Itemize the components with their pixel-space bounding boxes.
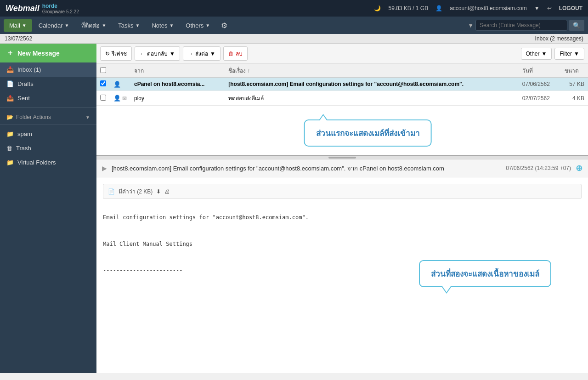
sidebar-item-sent[interactable]: 📤 Sent (0, 91, 96, 105)
row-from-2[interactable]: ploy (130, 91, 225, 106)
row-size-1: 57 KB (561, 78, 588, 91)
spam-folder-icon: 📁 (6, 130, 14, 137)
notes-arrow: ▼ (169, 23, 174, 28)
refresh-button[interactable]: ↻ รีเฟรช (100, 46, 132, 61)
plus-icon: ＋ (6, 48, 14, 58)
folder-actions-section[interactable]: 📂 Folder Actions ▼ (0, 109, 96, 123)
pane-divider[interactable] (96, 156, 588, 159)
row-date-2: 02/07/2562 (519, 91, 561, 106)
table-row[interactable]: 👤 cPanel on host8.ecomsia... [host8.ecom… (96, 78, 588, 91)
subject-header[interactable]: ชื่อเรื่อง ↑ (225, 64, 519, 78)
topbar: Webmail horde Groupware 5.2.22 🌙 59.83 K… (0, 0, 588, 17)
others-arrow: ▼ (205, 23, 210, 28)
navbar: Mail ▼ Calendar ▼ ที่ติดต่อ ▼ Tasks ▼ No… (0, 17, 588, 34)
contacts-arrow: ▼ (102, 23, 106, 28)
account-email[interactable]: account@host8.ecomsiam.com (450, 5, 527, 11)
content-area: ↻ รีเฟรช ← ตอบกลับ ▼ → ส่งต่อ ▼ 🗑 ลบ Oth… (96, 44, 588, 373)
row-icons-1: 👤 (110, 78, 130, 91)
webmail-logo: Webmail (6, 4, 40, 13)
attachment-doc-icon: 📄 (108, 188, 115, 195)
calendar-arrow: ▼ (65, 23, 69, 28)
inbox-info: Inbox (2 messages) (535, 35, 583, 42)
forward-icon: → (188, 51, 193, 57)
sidebar: ＋ New Message 📥 Inbox (1) 📄 Drafts 📤 Sen… (0, 44, 96, 373)
size-header[interactable]: ขนาด (561, 64, 588, 78)
row-date-1: 07/06/2562 (519, 78, 561, 91)
download-icon[interactable]: ⬇ (156, 188, 161, 195)
nav-contacts[interactable]: ที่ติดต่อ ▼ (75, 18, 112, 33)
sidebar-item-trash[interactable]: 🗑 Trash (0, 141, 96, 155)
nav-others[interactable]: Others ▼ (180, 19, 215, 32)
search-dropdown-icon[interactable]: ▼ (468, 22, 474, 29)
topbar-right: 🌙 59.83 KB / 1 GB 👤 account@host8.ecomsi… (374, 5, 582, 11)
search-button[interactable]: 🔍 (569, 20, 584, 31)
filter-button[interactable]: Filter ▼ (554, 48, 584, 60)
filter-arrow: ▼ (574, 51, 579, 57)
nav-calendar[interactable]: Calendar ▼ (33, 19, 75, 32)
select-all-checkbox[interactable] (100, 67, 106, 73)
virtual-folders-icon: 📁 (6, 159, 14, 166)
delete-button[interactable]: 🗑 ลบ (223, 46, 248, 61)
email-content: Email configuration settings for "accoun… (103, 204, 582, 373)
new-message-button[interactable]: ＋ New Message (0, 44, 96, 62)
from-header[interactable]: จาก (130, 64, 225, 78)
preview-body: 📄 มีคำว่า (2 KB) ⬇ 🖨 ส่วนที่สองจะแสดงเนื… (96, 177, 588, 373)
reply-button[interactable]: ← ตอบกลับ ▼ (135, 46, 180, 61)
email-table-header: จาก ชื่อเรื่อง ↑ วันที่ ขนาด (96, 64, 588, 78)
forward-arrow: ▼ (210, 51, 215, 57)
drafts-icon: 📄 (6, 80, 14, 87)
other-arrow: ▼ (542, 51, 547, 57)
sidebar-item-inbox[interactable]: 📥 Inbox (1) (0, 62, 96, 77)
search-input[interactable] (475, 20, 567, 31)
preview-annotation-wrapper: ส่วนที่สองจะแสดงเนื้อหาของเมล์ (419, 260, 551, 287)
print-icon[interactable]: 🖨 (164, 188, 170, 195)
folder-actions-arrow: ▼ (85, 115, 90, 120)
row-size-2: 4 KB (561, 91, 588, 106)
account-arrow[interactable]: ▼ (534, 5, 540, 11)
scroll-handle (328, 157, 356, 159)
account-icon: 👤 (435, 5, 442, 11)
sidebar-item-virtual-folders[interactable]: 📁 Virtual Folders (0, 155, 96, 170)
table-row[interactable]: 👤 ✉ ploy ทดสอบส่งอีเมล์ 02/07/2562 4 KB (96, 91, 588, 106)
preview-annotation-bubble: ส่วนที่สองจะแสดงเนื้อหาของเมล์ (419, 260, 551, 287)
other-button[interactable]: Other ▼ (521, 48, 552, 60)
storage-icon: 🌙 (374, 5, 381, 11)
preview-date: 07/06/2562 (14:23:59 +07) (506, 165, 571, 171)
date-header[interactable]: วันที่ (519, 64, 561, 78)
current-date: 13/07/2562 (5, 35, 32, 42)
nav-notes[interactable]: Notes ▼ (146, 19, 179, 32)
storage-info: 59.83 KB / 1 GB (388, 5, 428, 11)
checkbox-header (96, 64, 110, 78)
list-annotation-area: ส่วนแรกจะแสดงเมล์ที่ส่งเข้ามา (96, 106, 588, 156)
row-subject-1[interactable]: [host8.ecomsiam.com] Email configuration… (225, 78, 519, 91)
row-icons-2: 👤 ✉ (110, 91, 130, 106)
reply-icon: ← (140, 51, 145, 57)
nav-mail[interactable]: Mail ▼ (4, 19, 32, 32)
forward-button[interactable]: → ส่งต่อ ▼ (183, 46, 220, 61)
icons-header (110, 64, 130, 78)
add-to-contacts-button[interactable]: ⊕ (576, 163, 582, 173)
mail-arrow: ▼ (22, 23, 27, 28)
datebar: 13/07/2562 Inbox (2 messages) (0, 34, 588, 44)
row-checkbox-1[interactable] (96, 78, 110, 91)
reply-arrow: ▼ (170, 51, 175, 57)
nav-tasks[interactable]: Tasks ▼ (113, 19, 145, 32)
row-checkbox-2[interactable] (96, 91, 110, 106)
settings-gear-icon[interactable]: ⚙ (216, 18, 232, 33)
horde-label: horde (42, 3, 79, 9)
email-list: จาก ชื่อเรื่อง ↑ วันที่ ขนาด 👤 (96, 64, 588, 156)
preview-subject: [host8.ecomsiam.com] Email configuration… (112, 164, 501, 173)
expand-button[interactable]: ▶ (102, 164, 107, 172)
sidebar-item-drafts[interactable]: 📄 Drafts (0, 77, 96, 91)
main-layout: ＋ New Message 📥 Inbox (1) 📄 Drafts 📤 Sen… (0, 44, 588, 373)
logout-button[interactable]: LOGOUT (559, 5, 582, 11)
row-from-1[interactable]: cPanel on host8.ecomsia... (130, 78, 225, 91)
nav-search: ▼ 🔍 (468, 20, 584, 31)
preview-header: ▶ [host8.ecomsiam.com] Email configurati… (96, 159, 588, 177)
row-subject-2[interactable]: ทดสอบส่งอีเมล์ (225, 91, 519, 106)
groupware-version: Groupware 5.2.22 (42, 9, 79, 14)
attachment-label: มีคำว่า (2 KB) (119, 187, 153, 196)
sidebar-item-spam[interactable]: 📁 spam (0, 127, 96, 141)
attachment-icon: ✉ (122, 95, 127, 102)
contact-icon-2: 👤 (113, 95, 121, 102)
